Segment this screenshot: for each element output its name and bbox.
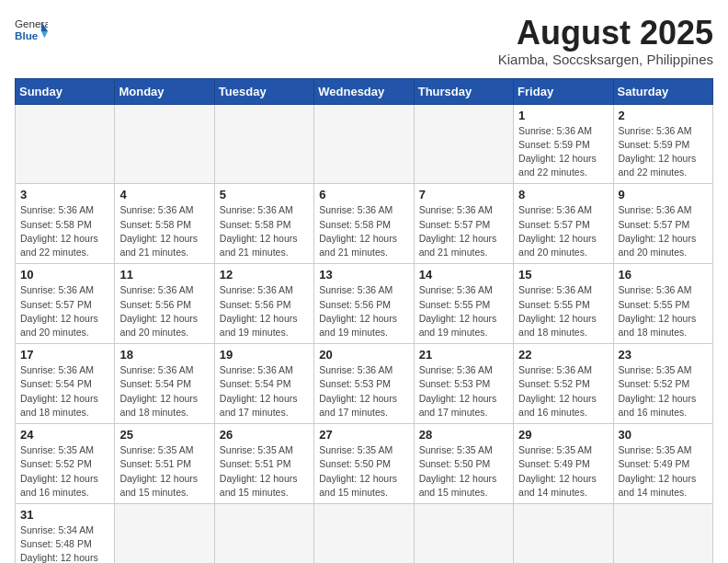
calendar-day-cell <box>314 503 414 563</box>
calendar-day-cell <box>115 503 214 563</box>
day-number: 1 <box>518 109 608 122</box>
calendar-day-cell <box>613 503 712 563</box>
calendar-day-cell <box>314 104 414 184</box>
calendar-day-cell: 13Sunrise: 5:36 AM Sunset: 5:56 PM Dayli… <box>314 264 414 344</box>
day-number: 18 <box>119 348 209 362</box>
day-info: Sunrise: 5:35 AM Sunset: 5:49 PM Dayligh… <box>518 443 608 500</box>
calendar-day-cell: 10Sunrise: 5:36 AM Sunset: 5:57 PM Dayli… <box>16 264 115 344</box>
calendar-day-cell: 22Sunrise: 5:36 AM Sunset: 5:52 PM Dayli… <box>514 344 613 424</box>
calendar-day-cell: 29Sunrise: 5:35 AM Sunset: 5:49 PM Dayli… <box>514 424 613 504</box>
weekday-header: Wednesday <box>314 78 414 104</box>
calendar-day-cell: 26Sunrise: 5:35 AM Sunset: 5:51 PM Dayli… <box>214 424 313 504</box>
day-number: 24 <box>20 428 109 442</box>
calendar-day-cell: 19Sunrise: 5:36 AM Sunset: 5:54 PM Dayli… <box>214 344 313 424</box>
day-number: 14 <box>419 268 508 282</box>
day-number: 2 <box>619 109 708 122</box>
weekday-header: Sunday <box>16 78 115 104</box>
weekday-header: Tuesday <box>214 78 313 104</box>
day-info: Sunrise: 5:35 AM Sunset: 5:51 PM Dayligh… <box>220 443 309 500</box>
day-number: 28 <box>419 428 508 442</box>
day-number: 20 <box>319 348 408 362</box>
calendar-day-cell <box>115 104 214 184</box>
calendar-week-row: 31Sunrise: 5:34 AM Sunset: 5:48 PM Dayli… <box>16 503 713 563</box>
day-number: 13 <box>319 268 408 282</box>
day-info: Sunrise: 5:36 AM Sunset: 5:54 PM Dayligh… <box>119 363 209 419</box>
calendar-week-row: 1Sunrise: 5:36 AM Sunset: 5:59 PM Daylig… <box>16 104 713 184</box>
day-info: Sunrise: 5:36 AM Sunset: 5:57 PM Dayligh… <box>619 203 708 259</box>
day-info: Sunrise: 5:36 AM Sunset: 5:57 PM Dayligh… <box>419 203 508 259</box>
calendar-day-cell: 21Sunrise: 5:36 AM Sunset: 5:53 PM Dayli… <box>414 344 513 424</box>
calendar-day-cell: 28Sunrise: 5:35 AM Sunset: 5:50 PM Dayli… <box>414 424 513 504</box>
day-number: 23 <box>619 348 708 362</box>
day-info: Sunrise: 5:36 AM Sunset: 5:59 PM Dayligh… <box>619 124 708 180</box>
day-info: Sunrise: 5:35 AM Sunset: 5:52 PM Dayligh… <box>20 443 109 500</box>
day-info: Sunrise: 5:36 AM Sunset: 5:55 PM Dayligh… <box>518 283 608 339</box>
day-info: Sunrise: 5:36 AM Sunset: 5:55 PM Dayligh… <box>619 283 708 339</box>
day-number: 9 <box>619 188 708 201</box>
day-number: 19 <box>220 348 309 362</box>
calendar-day-cell: 15Sunrise: 5:36 AM Sunset: 5:55 PM Dayli… <box>514 264 613 344</box>
calendar-day-cell: 3Sunrise: 5:36 AM Sunset: 5:58 PM Daylig… <box>16 184 115 264</box>
day-number: 29 <box>518 428 608 442</box>
day-number: 7 <box>419 188 508 201</box>
calendar-day-cell: 1Sunrise: 5:36 AM Sunset: 5:59 PM Daylig… <box>514 104 613 184</box>
weekday-header-row: SundayMondayTuesdayWednesdayThursdayFrid… <box>16 78 713 104</box>
calendar-day-cell: 30Sunrise: 5:35 AM Sunset: 5:49 PM Dayli… <box>613 424 712 504</box>
title-block: August 2025 Kiamba, Soccsksargen, Philip… <box>498 15 713 67</box>
day-number: 26 <box>220 428 309 442</box>
calendar-day-cell: 6Sunrise: 5:36 AM Sunset: 5:58 PM Daylig… <box>314 184 414 264</box>
day-info: Sunrise: 5:36 AM Sunset: 5:58 PM Dayligh… <box>119 203 209 259</box>
day-info: Sunrise: 5:36 AM Sunset: 5:58 PM Dayligh… <box>220 203 309 259</box>
logo-icon: General Blue <box>15 15 48 48</box>
day-info: Sunrise: 5:36 AM Sunset: 5:52 PM Dayligh… <box>518 363 608 419</box>
day-number: 15 <box>518 268 608 282</box>
calendar-day-cell <box>414 104 513 184</box>
calendar-day-cell: 14Sunrise: 5:36 AM Sunset: 5:55 PM Dayli… <box>414 264 513 344</box>
day-number: 10 <box>20 268 109 282</box>
weekday-header: Thursday <box>414 78 513 104</box>
day-number: 3 <box>20 188 109 201</box>
weekday-header: Friday <box>514 78 613 104</box>
day-number: 6 <box>319 188 408 201</box>
calendar-table: SundayMondayTuesdayWednesdayThursdayFrid… <box>15 78 713 563</box>
calendar-day-cell <box>214 503 313 563</box>
calendar-day-cell <box>414 503 513 563</box>
calendar-day-cell: 11Sunrise: 5:36 AM Sunset: 5:56 PM Dayli… <box>115 264 214 344</box>
calendar-day-cell: 5Sunrise: 5:36 AM Sunset: 5:58 PM Daylig… <box>214 184 313 264</box>
weekday-header: Monday <box>115 78 214 104</box>
day-info: Sunrise: 5:36 AM Sunset: 5:55 PM Dayligh… <box>419 283 508 339</box>
svg-marker-3 <box>41 31 48 38</box>
day-number: 16 <box>619 268 708 282</box>
day-info: Sunrise: 5:36 AM Sunset: 5:58 PM Dayligh… <box>319 203 408 259</box>
day-number: 8 <box>518 188 608 201</box>
svg-text:Blue: Blue <box>15 29 39 41</box>
calendar-day-cell <box>514 503 613 563</box>
day-number: 11 <box>119 268 209 282</box>
day-number: 31 <box>20 508 109 522</box>
day-number: 4 <box>119 188 209 201</box>
logo: General Blue <box>15 15 48 48</box>
calendar-week-row: 10Sunrise: 5:36 AM Sunset: 5:57 PM Dayli… <box>16 264 713 344</box>
day-number: 21 <box>419 348 508 362</box>
calendar-day-cell: 23Sunrise: 5:35 AM Sunset: 5:52 PM Dayli… <box>613 344 712 424</box>
calendar-day-cell <box>16 104 115 184</box>
day-info: Sunrise: 5:35 AM Sunset: 5:51 PM Dayligh… <box>119 443 209 500</box>
calendar-week-row: 17Sunrise: 5:36 AM Sunset: 5:54 PM Dayli… <box>16 344 713 424</box>
calendar-day-cell: 2Sunrise: 5:36 AM Sunset: 5:59 PM Daylig… <box>613 104 712 184</box>
calendar-day-cell: 17Sunrise: 5:36 AM Sunset: 5:54 PM Dayli… <box>16 344 115 424</box>
day-info: Sunrise: 5:36 AM Sunset: 5:53 PM Dayligh… <box>419 363 508 419</box>
calendar-week-row: 24Sunrise: 5:35 AM Sunset: 5:52 PM Dayli… <box>16 424 713 504</box>
calendar-week-row: 3Sunrise: 5:36 AM Sunset: 5:58 PM Daylig… <box>16 184 713 264</box>
day-info: Sunrise: 5:36 AM Sunset: 5:56 PM Dayligh… <box>119 283 209 339</box>
day-info: Sunrise: 5:36 AM Sunset: 5:54 PM Dayligh… <box>220 363 309 419</box>
day-number: 27 <box>319 428 408 442</box>
day-number: 25 <box>119 428 209 442</box>
day-number: 12 <box>220 268 309 282</box>
day-number: 22 <box>518 348 608 362</box>
calendar-day-cell: 18Sunrise: 5:36 AM Sunset: 5:54 PM Dayli… <box>115 344 214 424</box>
day-info: Sunrise: 5:35 AM Sunset: 5:52 PM Dayligh… <box>619 363 708 419</box>
calendar-day-cell: 27Sunrise: 5:35 AM Sunset: 5:50 PM Dayli… <box>314 424 414 504</box>
calendar-day-cell: 8Sunrise: 5:36 AM Sunset: 5:57 PM Daylig… <box>514 184 613 264</box>
calendar-day-cell: 4Sunrise: 5:36 AM Sunset: 5:58 PM Daylig… <box>115 184 214 264</box>
day-info: Sunrise: 5:36 AM Sunset: 5:58 PM Dayligh… <box>20 203 109 259</box>
